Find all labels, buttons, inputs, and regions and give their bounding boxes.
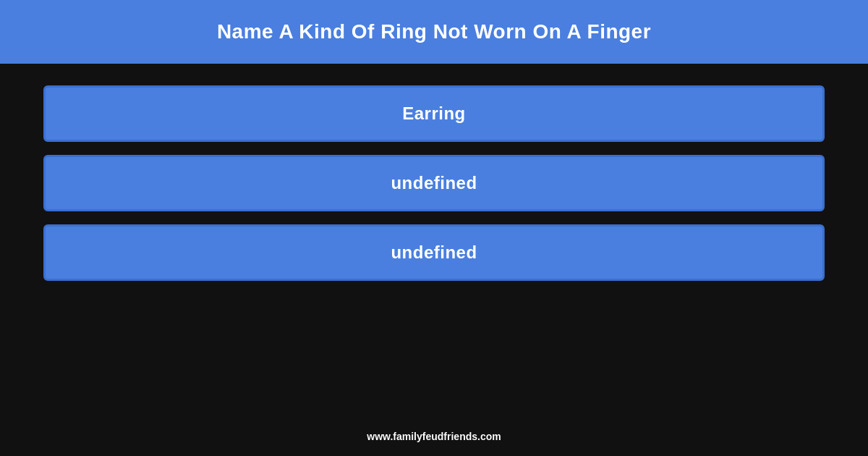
answer-label-3: undefined — [391, 242, 477, 262]
question-title: Name A Kind Of Ring Not Worn On A Finger — [29, 20, 839, 43]
footer-url: www.familyfeudfriends.com — [367, 431, 501, 442]
header: Name A Kind Of Ring Not Worn On A Finger — [0, 0, 868, 64]
answer-button-3[interactable]: undefined — [43, 224, 825, 281]
answer-button-2[interactable]: undefined — [43, 155, 825, 211]
answer-label-1: Earring — [402, 104, 466, 123]
footer: www.familyfeudfriends.com — [0, 430, 868, 443]
answer-label-2: undefined — [391, 173, 477, 193]
answer-button-1[interactable]: Earring — [43, 85, 825, 142]
answers-container: Earring undefined undefined — [0, 64, 868, 303]
